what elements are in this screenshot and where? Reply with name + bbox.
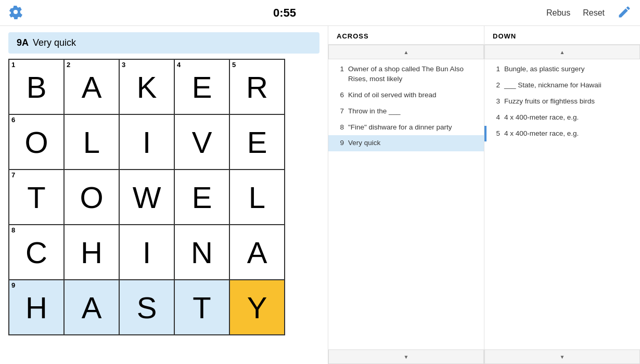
timer: 0:55 — [273, 6, 296, 20]
grid-cell[interactable]: I — [119, 225, 174, 280]
cell-number: 4 — [177, 61, 181, 68]
grid-cell[interactable]: 3K — [119, 59, 174, 114]
grid-cell[interactable]: 7T — [9, 170, 64, 225]
across-clue-item[interactable]: 9Very quick — [328, 135, 484, 151]
settings-button[interactable] — [8, 5, 23, 21]
clue-text: "Fine" dishware for a dinner party — [348, 123, 452, 133]
grid-cell[interactable]: 9H — [9, 280, 64, 335]
across-clues-list[interactable]: 1Owner of a shop called The Bun Also Ris… — [328, 59, 484, 349]
grid-cell[interactable]: V — [174, 114, 229, 170]
pencil-button[interactable] — [617, 5, 632, 21]
clue-number: 1 — [493, 64, 500, 74]
down-clue-item[interactable]: 2___ State, nickname for Hawaii — [484, 77, 640, 94]
grid-cell[interactable]: A — [64, 280, 119, 335]
grid-cell[interactable]: L — [64, 114, 119, 170]
grid-cell[interactable]: 5R — [229, 59, 285, 114]
grid-cell[interactable]: 8C — [9, 225, 64, 280]
clue-banner: 9AVery quick — [8, 32, 319, 54]
grid-cell[interactable]: 1B — [9, 59, 64, 114]
grid-cell[interactable]: H — [64, 225, 119, 280]
clue-text: Owner of a shop called The Bun Also Rise… — [348, 64, 476, 84]
clue-text: Throw in the ___ — [348, 107, 401, 116]
main: 9AVery quick 1B2A3K4E5R6OLIVE7TOWEL8CHIN… — [0, 26, 640, 364]
grid-cell[interactable]: 4E — [174, 59, 229, 114]
down-clue-item[interactable]: 3Fuzzy fruits or flightless birds — [484, 94, 640, 110]
clue-number: 8 — [337, 123, 344, 133]
grid-cell[interactable]: E — [174, 170, 229, 225]
grid-cell[interactable]: E — [229, 114, 285, 170]
across-scroll-up[interactable]: ▲ — [328, 45, 484, 59]
down-panel: DOWN ▲ 1Bungle, as plastic surgery2___ S… — [484, 26, 640, 364]
clue-number: 3 — [493, 97, 500, 107]
header-right: Rebus Reset — [546, 5, 632, 21]
clue-number: 2 — [493, 81, 500, 90]
across-header: ACROSS — [328, 26, 484, 45]
header: 0:55 Rebus Reset — [0, 0, 640, 26]
clue-text: ___ State, nickname for Hawaii — [504, 81, 601, 90]
clue-text: Kind of oil served with bread — [348, 90, 437, 100]
down-header: DOWN — [484, 26, 640, 45]
down-clue-item[interactable]: 54 x 400-meter race, e.g. — [484, 126, 640, 142]
clue-number: 5 — [493, 129, 500, 139]
down-clue-item[interactable]: 44 x 400-meter race, e.g. — [484, 110, 640, 126]
down-clues-list[interactable]: 1Bungle, as plastic surgery2___ State, n… — [484, 59, 640, 349]
grid-cell[interactable]: N — [174, 225, 229, 280]
across-panel: ACROSS ▲ 1Owner of a shop called The Bun… — [328, 26, 484, 364]
clue-text: 4 x 400-meter race, e.g. — [504, 113, 579, 123]
rebus-button[interactable]: Rebus — [546, 8, 570, 18]
clue-number: 1 — [337, 64, 344, 84]
clue-number: 4 — [493, 113, 500, 123]
clue-text: Very quick — [348, 138, 380, 148]
crossword-section: 9AVery quick 1B2A3K4E5R6OLIVE7TOWEL8CHIN… — [0, 26, 328, 364]
clue-text: 4 x 400-meter race, e.g. — [504, 129, 579, 139]
across-clue-item[interactable]: 6Kind of oil served with bread — [328, 87, 484, 103]
down-scroll-down[interactable]: ▼ — [484, 349, 640, 364]
down-clue-item[interactable]: 1Bungle, as plastic surgery — [484, 61, 640, 77]
across-clue-item[interactable]: 8"Fine" dishware for a dinner party — [328, 120, 484, 136]
clue-text: Bungle, as plastic surgery — [504, 64, 585, 74]
cell-number: 9 — [11, 282, 15, 289]
cell-number: 1 — [11, 61, 15, 68]
clue-banner-number: 9A — [17, 37, 29, 48]
grid-cell[interactable]: A — [229, 225, 285, 280]
grid-cell[interactable]: S — [119, 280, 174, 335]
clue-number: 7 — [337, 107, 344, 116]
clue-number: 6 — [337, 90, 344, 100]
grid-cell[interactable]: Y — [229, 280, 285, 335]
grid-cell[interactable]: 6O — [9, 114, 64, 170]
header-left — [8, 5, 23, 21]
grid-cell[interactable]: L — [229, 170, 285, 225]
grid-cell[interactable]: T — [174, 280, 229, 335]
grid-cell[interactable]: W — [119, 170, 174, 225]
cell-number: 5 — [232, 61, 236, 68]
across-clue-item[interactable]: 7Throw in the ___ — [328, 103, 484, 120]
pencil-icon — [617, 5, 632, 19]
cell-number: 8 — [11, 227, 15, 233]
cell-number: 6 — [11, 116, 15, 123]
clue-number: 9 — [337, 138, 344, 148]
cell-number: 3 — [122, 61, 125, 68]
crossword-grid: 1B2A3K4E5R6OLIVE7TOWEL8CHINA9HASTY — [8, 59, 285, 335]
across-scroll-down[interactable]: ▼ — [328, 349, 484, 364]
cell-number: 2 — [67, 61, 70, 68]
clue-text: Fuzzy fruits or flightless birds — [504, 97, 595, 107]
clue-banner-text: Very quick — [33, 37, 76, 48]
grid-cell[interactable]: 2A — [64, 59, 119, 114]
down-scroll-up[interactable]: ▲ — [484, 45, 640, 59]
clues-section: ACROSS ▲ 1Owner of a shop called The Bun… — [328, 26, 640, 364]
across-clue-item[interactable]: 1Owner of a shop called The Bun Also Ris… — [328, 61, 484, 87]
reset-button[interactable]: Reset — [583, 8, 605, 18]
cell-number: 7 — [11, 172, 15, 178]
gear-icon — [8, 5, 23, 19]
crossword-grid-container: 1B2A3K4E5R6OLIVE7TOWEL8CHINA9HASTY — [8, 59, 319, 335]
grid-cell[interactable]: I — [119, 114, 174, 170]
grid-cell[interactable]: O — [64, 170, 119, 225]
